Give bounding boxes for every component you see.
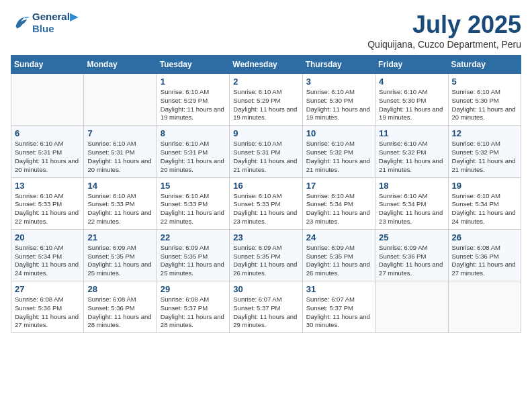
day-info: Sunrise: 6:10 AMSunset: 5:33 PMDaylight:… (15, 192, 80, 226)
calendar-week-row: 20Sunrise: 6:10 AMSunset: 5:34 PMDayligh… (11, 229, 521, 281)
calendar-cell: 13Sunrise: 6:10 AMSunset: 5:33 PMDayligh… (11, 177, 84, 229)
calendar-cell: 14Sunrise: 6:10 AMSunset: 5:33 PMDayligh… (84, 177, 157, 229)
calendar-week-row: 6Sunrise: 6:10 AMSunset: 5:31 PMDaylight… (11, 126, 521, 177)
day-info: Sunrise: 6:10 AMSunset: 5:29 PMDaylight:… (233, 88, 298, 122)
day-number: 13 (15, 181, 80, 191)
day-info: Sunrise: 6:10 AMSunset: 5:31 PMDaylight:… (161, 140, 226, 174)
weekday-header: Monday (84, 56, 157, 74)
calendar-cell: 17Sunrise: 6:10 AMSunset: 5:34 PMDayligh… (302, 177, 375, 229)
calendar-cell: 18Sunrise: 6:10 AMSunset: 5:34 PMDayligh… (375, 177, 448, 229)
calendar-cell: 16Sunrise: 6:10 AMSunset: 5:33 PMDayligh… (230, 177, 302, 229)
calendar-cell: 31Sunrise: 6:07 AMSunset: 5:37 PMDayligh… (302, 281, 375, 333)
day-info: Sunrise: 6:09 AMSunset: 5:35 PMDaylight:… (233, 244, 298, 278)
calendar-cell: 25Sunrise: 6:09 AMSunset: 5:36 PMDayligh… (375, 229, 448, 281)
calendar-cell: 19Sunrise: 6:10 AMSunset: 5:34 PMDayligh… (448, 177, 521, 229)
calendar-cell: 2Sunrise: 6:10 AMSunset: 5:29 PMDaylight… (230, 74, 302, 126)
calendar-cell (11, 74, 84, 126)
calendar-cell: 10Sunrise: 6:10 AMSunset: 5:32 PMDayligh… (302, 126, 375, 177)
day-info: Sunrise: 6:08 AMSunset: 5:36 PMDaylight:… (87, 295, 152, 330)
day-number: 3 (306, 77, 371, 87)
calendar-week-row: 1Sunrise: 6:10 AMSunset: 5:29 PMDaylight… (11, 74, 521, 126)
day-number: 31 (306, 284, 371, 294)
day-number: 23 (233, 232, 298, 242)
day-info: Sunrise: 6:10 AMSunset: 5:30 PMDaylight:… (306, 88, 371, 122)
logo: General▶ Blue (11, 11, 78, 35)
day-number: 28 (87, 284, 152, 294)
day-info: Sunrise: 6:10 AMSunset: 5:34 PMDaylight:… (15, 244, 80, 278)
calendar-cell (84, 74, 157, 126)
day-number: 20 (15, 232, 80, 242)
calendar-cell: 30Sunrise: 6:07 AMSunset: 5:37 PMDayligh… (230, 281, 302, 333)
location-subtitle: Quiquijana, Cuzco Department, Peru (367, 39, 521, 50)
day-number: 5 (452, 77, 517, 87)
day-number: 6 (15, 128, 80, 138)
calendar-cell: 23Sunrise: 6:09 AMSunset: 5:35 PMDayligh… (230, 229, 302, 281)
calendar-cell: 12Sunrise: 6:10 AMSunset: 5:32 PMDayligh… (448, 126, 521, 177)
day-info: Sunrise: 6:07 AMSunset: 5:37 PMDaylight:… (306, 295, 371, 330)
day-number: 29 (161, 284, 226, 294)
day-number: 17 (306, 181, 371, 191)
page-header: General▶ Blue July 2025 Quiquijana, Cuzc… (11, 11, 521, 50)
calendar-cell: 4Sunrise: 6:10 AMSunset: 5:30 PMDaylight… (375, 74, 448, 126)
day-info: Sunrise: 6:10 AMSunset: 5:30 PMDaylight:… (452, 88, 517, 122)
day-number: 22 (161, 232, 226, 242)
day-number: 12 (452, 128, 517, 138)
day-number: 21 (87, 232, 152, 242)
day-info: Sunrise: 6:08 AMSunset: 5:36 PMDaylight:… (452, 244, 517, 278)
calendar-cell: 24Sunrise: 6:09 AMSunset: 5:35 PMDayligh… (302, 229, 375, 281)
weekday-header: Sunday (11, 56, 84, 74)
day-number: 2 (233, 77, 298, 87)
weekday-header: Saturday (448, 56, 521, 74)
day-info: Sunrise: 6:10 AMSunset: 5:31 PMDaylight:… (87, 140, 152, 174)
calendar-table: SundayMondayTuesdayWednesdayThursdayFrid… (11, 55, 521, 333)
day-number: 27 (15, 284, 80, 294)
day-info: Sunrise: 6:09 AMSunset: 5:35 PMDaylight:… (161, 244, 226, 278)
day-info: Sunrise: 6:10 AMSunset: 5:32 PMDaylight:… (379, 140, 444, 174)
day-number: 4 (379, 77, 444, 87)
day-info: Sunrise: 6:09 AMSunset: 5:36 PMDaylight:… (379, 244, 444, 278)
day-info: Sunrise: 6:08 AMSunset: 5:37 PMDaylight:… (161, 295, 226, 330)
calendar-cell: 15Sunrise: 6:10 AMSunset: 5:33 PMDayligh… (157, 177, 229, 229)
calendar-cell: 1Sunrise: 6:10 AMSunset: 5:29 PMDaylight… (157, 74, 229, 126)
calendar-week-row: 13Sunrise: 6:10 AMSunset: 5:33 PMDayligh… (11, 177, 521, 229)
calendar-cell: 9Sunrise: 6:10 AMSunset: 5:31 PMDaylight… (230, 126, 302, 177)
weekday-header: Wednesday (230, 56, 302, 74)
weekday-header: Friday (375, 56, 448, 74)
calendar-week-row: 27Sunrise: 6:08 AMSunset: 5:36 PMDayligh… (11, 281, 521, 333)
day-info: Sunrise: 6:10 AMSunset: 5:30 PMDaylight:… (379, 88, 444, 122)
day-info: Sunrise: 6:09 AMSunset: 5:35 PMDaylight:… (87, 244, 152, 278)
calendar-cell: 28Sunrise: 6:08 AMSunset: 5:36 PMDayligh… (84, 281, 157, 333)
day-info: Sunrise: 6:10 AMSunset: 5:31 PMDaylight:… (233, 140, 298, 174)
day-number: 19 (452, 181, 517, 191)
day-info: Sunrise: 6:10 AMSunset: 5:34 PMDaylight:… (452, 192, 517, 226)
day-number: 8 (161, 128, 226, 138)
day-number: 11 (379, 128, 444, 138)
calendar-cell: 7Sunrise: 6:10 AMSunset: 5:31 PMDaylight… (84, 126, 157, 177)
day-number: 14 (87, 181, 152, 191)
day-info: Sunrise: 6:08 AMSunset: 5:36 PMDaylight:… (15, 295, 80, 330)
calendar-cell: 8Sunrise: 6:10 AMSunset: 5:31 PMDaylight… (157, 126, 229, 177)
day-info: Sunrise: 6:07 AMSunset: 5:37 PMDaylight:… (233, 295, 298, 330)
day-number: 25 (379, 232, 444, 242)
calendar-cell (448, 281, 521, 333)
day-info: Sunrise: 6:10 AMSunset: 5:34 PMDaylight:… (306, 192, 371, 226)
calendar-cell (375, 281, 448, 333)
calendar-cell: 22Sunrise: 6:09 AMSunset: 5:35 PMDayligh… (157, 229, 229, 281)
day-info: Sunrise: 6:10 AMSunset: 5:33 PMDaylight:… (161, 192, 226, 226)
calendar-cell: 3Sunrise: 6:10 AMSunset: 5:30 PMDaylight… (302, 74, 375, 126)
day-number: 30 (233, 284, 298, 294)
day-info: Sunrise: 6:10 AMSunset: 5:31 PMDaylight:… (15, 140, 80, 174)
calendar-cell: 20Sunrise: 6:10 AMSunset: 5:34 PMDayligh… (11, 229, 84, 281)
day-number: 16 (233, 181, 298, 191)
day-number: 7 (87, 128, 152, 138)
day-number: 24 (306, 232, 371, 242)
weekday-header: Thursday (302, 56, 375, 74)
logo-bird-icon (11, 13, 30, 32)
day-info: Sunrise: 6:10 AMSunset: 5:34 PMDaylight:… (379, 192, 444, 226)
calendar-cell: 21Sunrise: 6:09 AMSunset: 5:35 PMDayligh… (84, 229, 157, 281)
logo-text: General▶ Blue (32, 11, 78, 35)
calendar-cell: 6Sunrise: 6:10 AMSunset: 5:31 PMDaylight… (11, 126, 84, 177)
day-number: 15 (161, 181, 226, 191)
day-info: Sunrise: 6:10 AMSunset: 5:33 PMDaylight:… (87, 192, 152, 226)
weekday-header-row: SundayMondayTuesdayWednesdayThursdayFrid… (11, 56, 521, 74)
